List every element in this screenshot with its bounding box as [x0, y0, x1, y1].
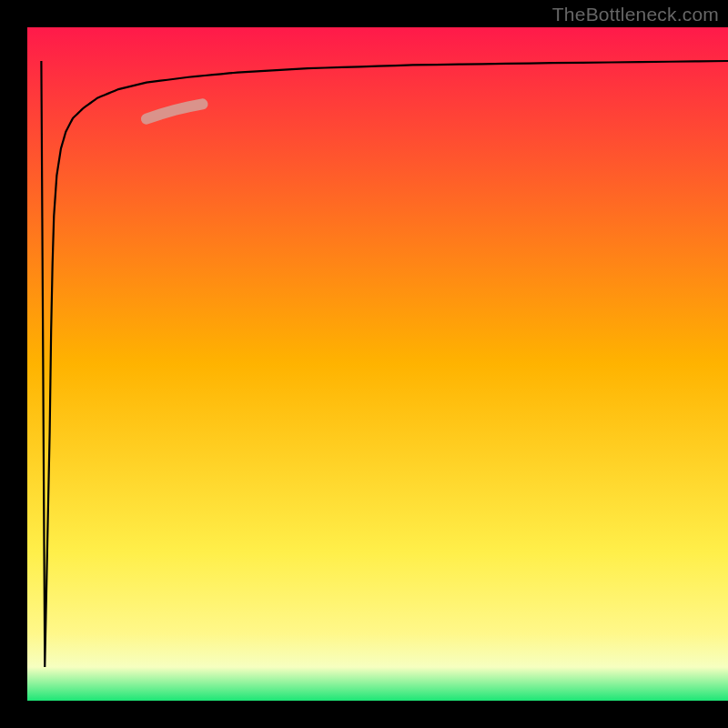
chart-container: TheBottleneck.com [0, 0, 728, 728]
chart-svg [0, 0, 728, 728]
x-axis [0, 701, 728, 728]
y-axis [0, 0, 27, 728]
plot-background [27, 27, 728, 701]
watermark-text: TheBottleneck.com [552, 4, 719, 25]
